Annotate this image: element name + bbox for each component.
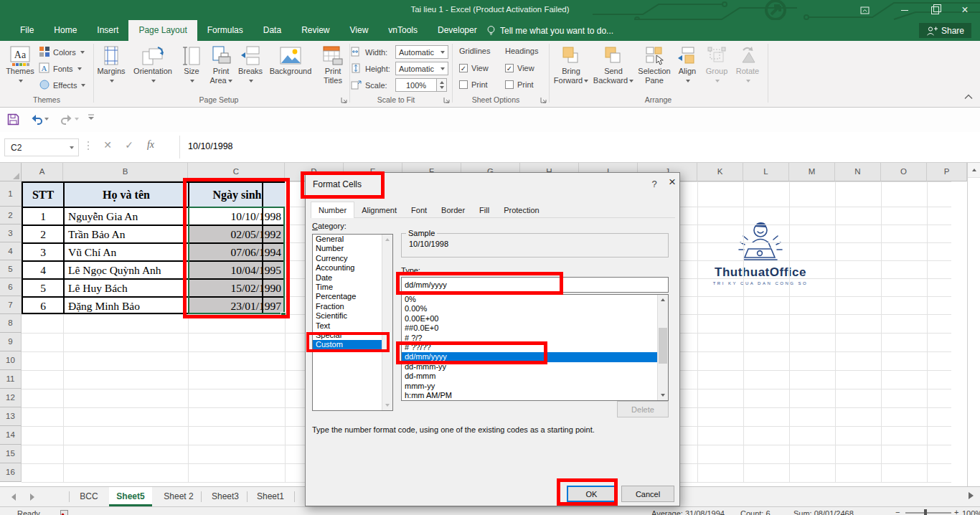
collapse-ribbon-icon[interactable] [964,94,973,100]
insert-function-icon[interactable]: fx [142,139,159,151]
ribbon-tab-view[interactable]: View [340,20,379,41]
name-box[interactable]: C2 [4,138,79,156]
format-item-0-00-1[interactable]: 0.00% [402,304,659,313]
row-header-14[interactable]: 14 [0,426,22,445]
row-header-9[interactable]: 9 [0,333,22,351]
undo-dropdown-icon[interactable] [44,118,49,121]
row-header-1[interactable]: 1 [0,181,22,207]
ribbon-tab-developer[interactable]: Developer [428,20,487,41]
table-header-stt[interactable]: STT [22,181,63,207]
format-item-dd-mmm-yy-7[interactable]: dd-mmm-yy [402,362,659,372]
macro-record-icon[interactable] [60,509,68,515]
ribbon-tab-review[interactable]: Review [291,20,339,41]
height-dropdown[interactable]: Automatic [395,62,448,75]
category-item-text[interactable]: Text [313,321,383,331]
format-item-dd-mmm-8[interactable]: dd-mmm [402,372,659,381]
ribbon-tab-home[interactable]: Home [44,20,87,41]
scroll-down-icon[interactable] [658,390,668,400]
spin-up-icon[interactable] [440,81,444,84]
background-button[interactable]: Background [264,43,317,95]
table-cell-b2[interactable]: Nguyễn Gia An [63,207,188,225]
row-header-16[interactable]: 16 [0,463,22,482]
restore-icon[interactable] [920,0,950,20]
table-cell-a3[interactable]: 2 [22,225,63,242]
category-item-percentage[interactable]: Percentage [313,292,383,301]
category-item-number[interactable]: Number [313,244,383,253]
type-input[interactable] [401,277,669,293]
dialog-tab-protection[interactable]: Protection [496,203,547,218]
cancel-button[interactable]: Cancel [621,486,674,502]
share-button[interactable]: Share [919,23,971,38]
gridlines-print-checkbox[interactable] [459,80,468,89]
zoom-slider-thumb[interactable] [924,509,927,515]
table-cell-a4[interactable]: 3 [22,242,63,260]
dialog-tab-border[interactable]: Border [434,203,472,218]
row-header-10[interactable]: 10 [0,351,22,370]
column-header-k[interactable]: K [697,163,743,181]
row-header-13[interactable]: 13 [0,407,22,426]
selection-pane-button[interactable]: SelectionPane [634,43,674,95]
dialog-tab-alignment[interactable]: Alignment [354,203,404,218]
sheet-tab-sheet3[interactable]: Sheet3 [204,487,247,506]
send-backward-button[interactable]: SendBackward [593,43,634,95]
row-header-5[interactable]: 5 [0,260,22,278]
cancel-entry-icon[interactable]: ✕ [99,139,116,151]
zoom-in-icon[interactable]: + [954,507,958,515]
category-item-date[interactable]: Date [313,273,383,283]
spin-down-icon[interactable] [440,86,444,89]
category-listbox[interactable]: GeneralNumberCurrencyAccountingDateTimeP… [312,234,393,411]
dialog-close-button[interactable]: × [666,175,679,189]
zoom-out-icon[interactable]: − [895,507,900,515]
table-header-h-v-t-n[interactable]: Họ và tên [63,181,188,207]
row-header-8[interactable]: 8 [0,314,22,333]
customize-qat-icon[interactable] [88,113,95,122]
scroll-up-icon[interactable] [968,163,980,178]
redo-dropdown-icon[interactable] [75,118,79,121]
sheet-nav-left-icon[interactable] [11,493,16,501]
format-item--5[interactable]: # ??/?? [402,343,659,352]
undo-icon[interactable] [30,113,49,125]
themes-fonts-button[interactable]: AFonts [39,62,92,76]
breaks-button[interactable]: Breaks [237,43,264,95]
zoom-level[interactable]: 100% [962,509,980,515]
gridlines-view-checkbox[interactable]: ✓ [459,64,468,72]
row-header-6[interactable]: 6 [0,278,22,296]
category-item-scientific[interactable]: Scientific [313,311,383,321]
category-item-time[interactable]: Time [313,283,383,292]
category-item-custom[interactable]: Custom [313,340,383,349]
ribbon-tab-page-layout[interactable]: Page Layout [128,20,197,41]
row-header-4[interactable]: 4 [0,242,22,260]
sheet-tab-sheet-2[interactable]: Sheet 2 [155,487,202,506]
row-header-3[interactable]: 3 [0,225,22,242]
delete-button[interactable]: Delete [617,401,669,417]
row-header-11[interactable]: 11 [0,370,22,389]
orientation-button[interactable]: Orientation [128,43,178,95]
minimize-icon[interactable] [890,0,920,20]
themes-button[interactable]: Aa Themes [3,43,37,95]
format-item-0-00e-00-2[interactable]: 0.00E+00 [402,314,659,323]
select-all-corner[interactable] [0,163,22,181]
scale-to-fit-dialog-launcher-icon[interactable] [443,96,451,104]
redo-icon[interactable] [60,113,79,125]
row-header-2[interactable]: 2 [0,207,22,225]
table-cell-a7[interactable]: 6 [22,296,63,314]
spinner-buttons[interactable] [437,78,447,92]
dialog-help-button[interactable]: ? [649,179,660,189]
print-titles-button[interactable]: PrintTitles [317,43,349,95]
table-cell-b5[interactable]: Lê Ngọc Quỳnh Anh [63,260,188,278]
ribbon-tab-data[interactable]: Data [253,20,291,41]
column-header-c[interactable]: C [188,163,285,181]
category-item-fraction[interactable]: Fraction [313,302,383,311]
table-cell-a6[interactable]: 5 [22,278,63,296]
print-area-button[interactable]: PrintArea [205,43,237,95]
format-item-h-mm-am-pm-10[interactable]: h:mm AM/PM [402,391,659,400]
dialog-tab-font[interactable]: Font [404,203,434,218]
column-header-o[interactable]: O [881,163,927,181]
sheet-tab-bcc[interactable]: BCC [72,487,106,506]
bring-forward-button[interactable]: BringForward [551,43,591,95]
vertical-scrollbar[interactable] [967,163,980,486]
column-header-p[interactable]: P [927,163,967,181]
category-item-special[interactable]: Special [313,331,383,340]
save-icon[interactable] [7,113,19,126]
formula-bar-grip[interactable] [88,141,89,150]
